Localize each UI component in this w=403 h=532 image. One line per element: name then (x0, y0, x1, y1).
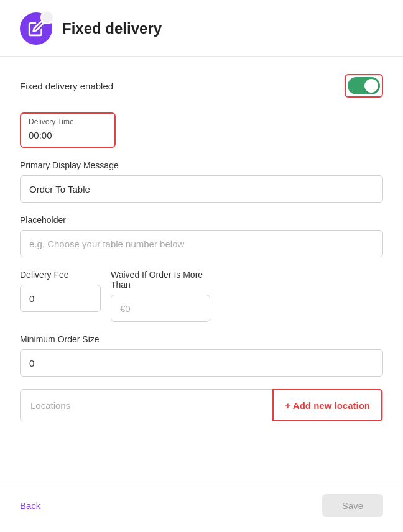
delivery-time-label: Delivery Time (21, 114, 114, 127)
toggle-highlight (345, 74, 383, 98)
header: Fixed delivery (0, 0, 403, 57)
delivery-fee-group: Delivery Fee (20, 270, 101, 322)
primary-message-input[interactable] (20, 175, 383, 203)
app-icon (20, 12, 52, 45)
waived-group: Waived If Order Is More Than (111, 270, 210, 322)
delivery-fee-input[interactable] (20, 285, 101, 312)
waived-label: Waived If Order Is More Than (111, 270, 210, 290)
toggle-knob (364, 79, 378, 93)
enabled-label: Fixed delivery enabled (20, 81, 113, 91)
add-location-button[interactable]: + Add new location (272, 389, 382, 421)
back-button[interactable]: Back (20, 500, 40, 511)
save-button[interactable]: Save (322, 494, 383, 517)
footer: Back Save (0, 484, 403, 532)
placeholder-label: Placeholder (20, 215, 383, 225)
locations-label: Locations (30, 400, 70, 411)
placeholder-input[interactable] (20, 230, 383, 257)
enabled-toggle[interactable] (348, 77, 380, 94)
page-container: Fixed delivery Fixed delivery enabled De… (0, 0, 403, 532)
edit-icon (28, 21, 44, 37)
delivery-time-group: Delivery Time (20, 112, 116, 148)
delivery-time-input[interactable] (21, 127, 114, 147)
min-order-group: Minimum Order Size (20, 334, 383, 377)
locations-row: Locations + Add new location (20, 389, 383, 421)
primary-message-label: Primary Display Message (20, 160, 383, 170)
min-order-input[interactable] (20, 349, 383, 377)
page-title: Fixed delivery (62, 20, 162, 37)
min-order-label: Minimum Order Size (20, 334, 383, 344)
primary-message-group: Primary Display Message (20, 160, 383, 203)
fee-row: Delivery Fee Waived If Order Is More Tha… (20, 270, 383, 322)
placeholder-group: Placeholder (20, 215, 383, 257)
enabled-row: Fixed delivery enabled (20, 74, 383, 98)
delivery-fee-label: Delivery Fee (20, 270, 101, 280)
content-area: Fixed delivery enabled Delivery Time Pri… (0, 57, 403, 484)
waived-input[interactable] (111, 295, 210, 322)
